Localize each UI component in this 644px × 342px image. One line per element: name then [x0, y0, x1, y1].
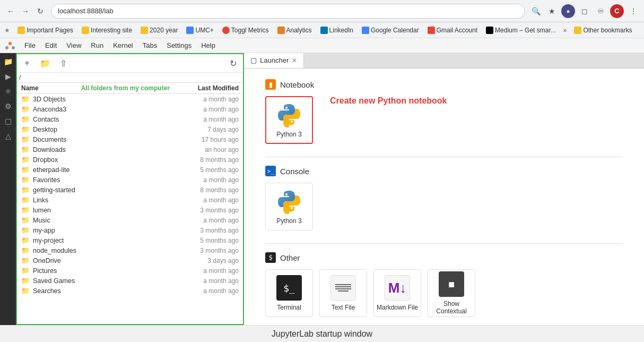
folder-item[interactable]: 📁 Documents 17 hours ago	[17, 134, 243, 144]
address-bar[interactable]: localhost:8888/lab	[51, 4, 525, 19]
launcher-tab[interactable]: ▢ Launcher ✕	[244, 53, 304, 68]
folder-item[interactable]: 📁 OneDrive 3 days ago	[17, 255, 243, 266]
launcher-tab-close[interactable]: ✕	[292, 57, 297, 64]
folder-item[interactable]: 📁 Pictures a month ago	[17, 266, 243, 276]
folder-icon: 📁	[21, 277, 30, 285]
sidebar-settings-icon[interactable]: ⚙	[2, 100, 14, 113]
bookmark-2020-year[interactable]: 2020 year	[137, 25, 181, 35]
folder-item[interactable]: 📁 Desktop 7 days ago	[17, 124, 243, 134]
folder-icon: 📁	[21, 287, 30, 295]
bookmark-icon-important	[18, 27, 25, 34]
notebook-section-icon: ▮	[265, 79, 276, 90]
folder-name: Downloads	[33, 146, 170, 153]
folder-item[interactable]: 📁 Searches a month ago	[17, 286, 243, 296]
folder-item[interactable]: 📁 Saved Games a month ago	[17, 276, 243, 286]
sidebar-extensions-icon[interactable]: △	[2, 130, 14, 142]
folder-name: Saved Games	[33, 277, 170, 285]
menu-kernel[interactable]: Kernel	[109, 40, 137, 50]
folder-item[interactable]: 📁 my-project 5 months ago	[17, 235, 243, 245]
folder-icon: 📁	[21, 186, 30, 194]
refresh-files-button[interactable]: ↻	[226, 56, 240, 70]
folder-name: Dropbox	[33, 156, 170, 164]
forward-button[interactable]: →	[19, 5, 32, 18]
menu-file[interactable]: File	[20, 40, 40, 50]
menu-settings[interactable]: Settings	[162, 40, 196, 50]
bookmark-gcal[interactable]: Google Calendar	[359, 25, 422, 35]
bookmarks-star-icon: ★	[4, 27, 10, 34]
bookmark-gmail[interactable]: Gmail Account	[424, 25, 481, 35]
bookmark-toggl[interactable]: Toggl Metrics	[219, 25, 272, 35]
sidebar-run-icon[interactable]: ▶	[2, 70, 14, 83]
folder-item[interactable]: 📁 Anaconda3 a month ago	[17, 104, 243, 114]
text-file-item[interactable]: Text File	[319, 269, 367, 317]
python3-console-item[interactable]: Python 3	[265, 183, 313, 230]
bookmark-important-pages[interactable]: Important Pages	[14, 25, 76, 35]
folder-date: 8 months ago	[170, 186, 239, 194]
sidebar-git-icon[interactable]: ⚛	[2, 85, 14, 98]
folder-item[interactable]: 📁 Downloads an hour ago	[17, 144, 243, 155]
extension-button[interactable]: ◻	[578, 5, 591, 18]
bookmark-umc[interactable]: UMC+	[183, 25, 216, 35]
folder-icon: 📁	[21, 206, 30, 214]
bookmark-icon-other	[574, 27, 581, 34]
folder-item[interactable]: 📁 getting-started 8 months ago	[17, 185, 243, 195]
menu-tabs[interactable]: Tabs	[138, 40, 161, 50]
menu-button[interactable]: ⋮	[627, 5, 640, 18]
folder-item[interactable]: 📁 etherpad-lite 5 months ago	[17, 165, 243, 175]
bookmark-linkedin[interactable]: LinkedIn	[317, 25, 356, 35]
folder-name: 3D Objects	[33, 96, 170, 103]
folder-item[interactable]: 📁 3D Objects a month ago	[17, 94, 243, 104]
folder-icon: 📁	[21, 156, 30, 164]
show-contextual-item[interactable]: ■ Show Contextual	[428, 269, 475, 317]
folder-item[interactable]: 📁 my-app 3 months ago	[17, 225, 243, 235]
tabs-bar: ▢ Launcher ✕	[244, 53, 644, 69]
python3-notebook-label: Python 3	[276, 131, 301, 138]
folder-date: a month ago	[170, 277, 239, 285]
folder-item[interactable]: 📁 Links a month ago	[17, 195, 243, 205]
menu-edit[interactable]: Edit	[41, 40, 61, 50]
caption-text: JupyterLab startup window	[272, 329, 372, 339]
python3-notebook-item[interactable]: Python 3	[265, 96, 313, 144]
nav-buttons: ← → ↻	[4, 5, 47, 18]
svg-point-0	[8, 42, 12, 45]
profile-icon[interactable]: C	[610, 4, 624, 18]
folder-icon: 📁	[21, 115, 30, 123]
search-button[interactable]: 🔍	[529, 5, 542, 18]
folder-item[interactable]: 📁 lumen 3 months ago	[17, 205, 243, 215]
sidebar-files-icon[interactable]: 📁	[2, 55, 14, 68]
folder-date: a month ago	[170, 196, 239, 204]
browser-actions: 🔍 ★ ● ◻ ♾ C ⋮	[529, 4, 640, 18]
upload-button[interactable]: ⇧	[56, 56, 70, 70]
folder-name: etherpad-lite	[33, 166, 170, 174]
bookmark-icon-gcal	[362, 27, 369, 34]
back-button[interactable]: ←	[4, 5, 17, 18]
menu-run[interactable]: Run	[86, 40, 108, 50]
folder-list: 📁 3D Objects a month ago 📁 Anaconda3 a m…	[17, 94, 243, 324]
folder-icon: 📁	[21, 105, 30, 113]
folder-date: 17 hours ago	[170, 136, 239, 143]
column-modified-header: Last Modified	[170, 84, 239, 92]
bookmark-other[interactable]: Other bookmarks	[571, 25, 635, 35]
markdown-file-item[interactable]: M↓ Markdown File	[373, 269, 421, 317]
refresh-button[interactable]: ↻	[34, 5, 47, 18]
sidebar-pages-icon[interactable]: ▢	[2, 115, 14, 127]
folder-item[interactable]: 📁 Favorites a month ago	[17, 175, 243, 185]
markdown-file-icon: M↓	[385, 275, 410, 301]
folder-icon: 📁	[21, 216, 30, 224]
terminal-item[interactable]: $_ Terminal	[265, 269, 313, 317]
folder-item[interactable]: 📁 Contacts a month ago	[17, 114, 243, 124]
bookmarks-more-button[interactable]: »	[561, 25, 569, 35]
bookmark-medium[interactable]: Medium – Get smar...	[483, 25, 559, 35]
menu-help[interactable]: Help	[197, 40, 220, 50]
menu-view[interactable]: View	[62, 40, 85, 50]
folder-item[interactable]: 📁 node_modules 3 months ago	[17, 245, 243, 255]
folder-item[interactable]: 📁 Dropbox 8 months ago	[17, 155, 243, 165]
bookmark-button[interactable]: ★	[545, 5, 558, 18]
new-directory-button[interactable]: 📁	[38, 56, 52, 70]
new-folder-button[interactable]: +	[20, 56, 34, 70]
bookmark-interesting-site[interactable]: Interesting site	[79, 25, 135, 35]
folder-item[interactable]: 📁 Music a month ago	[17, 215, 243, 225]
folder-icon: 📁	[21, 256, 30, 264]
sync-button[interactable]: ♾	[594, 5, 607, 18]
bookmark-analytics[interactable]: Analytics	[274, 25, 315, 35]
